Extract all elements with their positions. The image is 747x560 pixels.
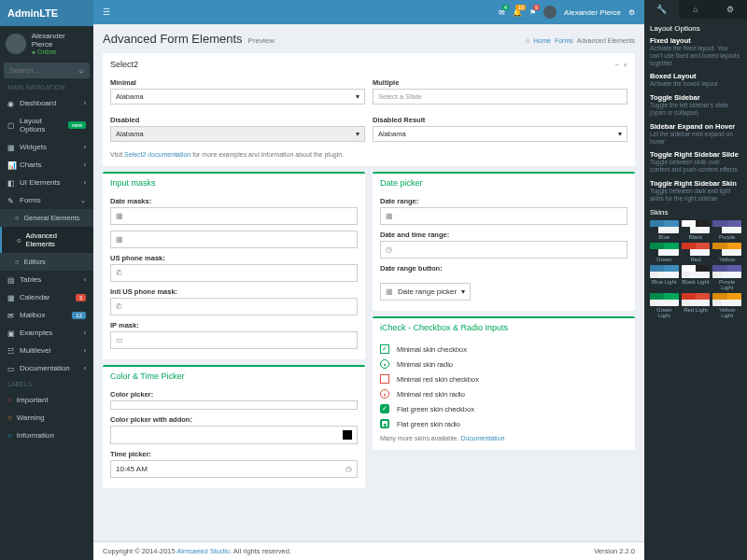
datetime-range-input[interactable]: ◷ (380, 241, 627, 259)
date-range-input[interactable]: ▦ (380, 207, 627, 225)
masks-box: Input masks Date masks: ▦ ▦ US phone mas… (103, 172, 365, 359)
sidebar-item-examples[interactable]: ▣Examples‹ (0, 324, 93, 342)
date-mask-label: Date masks: (110, 197, 358, 205)
logo[interactable]: AdminLTE (0, 0, 93, 26)
home-icon: ⌂ (526, 37, 529, 44)
avatar[interactable] (6, 34, 26, 54)
skin-black[interactable]: Black (682, 220, 711, 240)
icheck-box: iCheck - Checkbox & Radio Inputs ✓Minima… (373, 316, 635, 450)
disabled-label: Disabled (110, 116, 365, 124)
sidebar-subitem[interactable]: ○Advanced Elements (0, 227, 93, 253)
topbar-avatar[interactable] (543, 6, 557, 19)
collapse-icon[interactable]: − (615, 61, 620, 69)
sidebar-subitem[interactable]: ○Editors (0, 253, 93, 271)
page-subtitle: Preview (248, 36, 275, 45)
date-box: Date picker Date range: ▦ Date and time … (373, 172, 635, 311)
sidebar-label[interactable]: ○Important (0, 391, 93, 409)
date-range-label: Date range: (380, 197, 627, 205)
us-phone-input[interactable]: ✆ (110, 264, 358, 282)
sidebar-item-calendar[interactable]: ▦Calendar3 (0, 288, 93, 306)
nav-icon: ▤ (7, 276, 15, 284)
disabled-result-select[interactable]: Alabama▾ (373, 126, 627, 142)
search-box[interactable]: ⌕ (4, 63, 90, 78)
skin-black-light[interactable]: Black Light (682, 265, 711, 290)
checkbox[interactable] (380, 374, 389, 384)
wrench-tab[interactable]: 🔧 (644, 0, 679, 19)
sidebar-item-forms[interactable]: ✎Forms⌄ (0, 191, 93, 209)
layout-option[interactable]: Toggle SidebarToggle the left sidebar's … (650, 93, 741, 117)
sidebar-label[interactable]: ○Warning (0, 409, 93, 427)
menu-toggle-icon[interactable]: ☰ (103, 7, 110, 17)
topbar: ☰ ✉4 🔔10 ⚑9 Alexander Pierce ⚙ (93, 0, 644, 24)
checkbox[interactable]: ✓ (380, 344, 389, 354)
skin-purple-light[interactable]: Purple Light (712, 265, 741, 290)
skin-blue[interactable]: Blue (650, 220, 679, 240)
icheck-help: Many more skins available. Documentation (380, 431, 627, 445)
date-mask-input-2[interactable]: ▦ (110, 231, 358, 248)
chevron-down-icon: ▾ (356, 130, 359, 138)
layout-option[interactable]: Toggle Right Sidebar SkinToggle between … (650, 179, 741, 203)
radio[interactable]: • (380, 359, 389, 369)
sidebar-item-layout-options[interactable]: ▢Layout Optionsnew (0, 112, 93, 138)
circle-icon: ○ (7, 396, 12, 404)
color-picker-input[interactable] (110, 400, 358, 410)
skin-red[interactable]: Red (682, 243, 711, 262)
select2-doc-link[interactable]: Select2 documentation (124, 151, 190, 158)
layout-option[interactable]: Boxed LayoutActivate the boxed layout (650, 72, 741, 88)
sidebar-item-mailbox[interactable]: ✉Mailbox12 (0, 306, 93, 324)
skin-green[interactable]: Green (650, 243, 679, 262)
breadcrumb-home[interactable]: Home (533, 37, 551, 44)
tasks-icon[interactable]: ⚑9 (529, 8, 536, 17)
messages-icon[interactable]: ✉4 (499, 8, 505, 17)
multiple-select[interactable]: Select a State (373, 89, 627, 105)
breadcrumb-forms[interactable]: Forms (555, 37, 573, 44)
user-name: Alexander Pierce (32, 32, 88, 49)
circle-icon: ○ (7, 431, 12, 440)
radio[interactable]: • (380, 389, 389, 399)
icheck-doc-link[interactable]: Documentation (460, 435, 504, 441)
skin-yellow-light[interactable]: Yellow Light (712, 293, 741, 318)
sidebar-item-multilevel[interactable]: ☷Multilevel‹ (0, 342, 93, 359)
radio[interactable]: ● (380, 419, 389, 428)
nav-icon: 📊 (7, 161, 15, 169)
layout-option[interactable]: Sidebar Expand on HoverLet the sidebar m… (650, 122, 741, 146)
sidebar-item-tables[interactable]: ▤Tables‹ (0, 271, 93, 288)
intl-phone-input[interactable]: ✆ (110, 298, 358, 315)
gear-icon[interactable]: ⚙ (628, 8, 635, 17)
nav-icon: ▭ (7, 365, 15, 372)
gear-tab[interactable]: ⚙ (712, 0, 747, 19)
sidebar-item-charts[interactable]: 📊Charts‹ (0, 156, 93, 174)
sidebar-item-ui-elements[interactable]: ◧UI Elements‹ (0, 174, 93, 191)
sidebar-item-dashboard[interactable]: ◉Dashboard‹ (0, 94, 93, 112)
nav-icon: ✉ (7, 312, 15, 319)
skin-red-light[interactable]: Red Light (682, 293, 711, 318)
skin-purple[interactable]: Purple (712, 220, 741, 240)
calendar-icon: ▦ (386, 212, 393, 220)
home-tab[interactable]: ⌂ (679, 0, 713, 19)
checkbox[interactable]: ✓ (380, 404, 389, 413)
skin-yellow[interactable]: Yellow (712, 243, 741, 262)
notifications-icon[interactable]: 🔔10 (513, 8, 522, 17)
date-mask-input[interactable]: ▦ (110, 207, 358, 225)
sidebar-label[interactable]: ○Information (0, 427, 93, 444)
topbar-user[interactable]: Alexander Pierce (564, 8, 621, 17)
sidebar-item-documentation[interactable]: ▭Documentation‹ (0, 359, 93, 377)
layout-option[interactable]: Toggle Right Sidebar SlideToggle between… (650, 150, 741, 174)
search-input[interactable] (9, 66, 75, 75)
skin-green-light[interactable]: Green Light (650, 293, 679, 318)
search-icon[interactable]: ⌕ (79, 66, 84, 75)
date-range-button[interactable]: ▦Date range picker▾ (380, 283, 471, 301)
minimal-select[interactable]: Alabama▾ (110, 89, 365, 105)
color-swatch[interactable] (343, 430, 352, 440)
sidebar-item-widgets[interactable]: ▦Widgets‹ (0, 138, 93, 156)
nav-icon: ◉ (7, 100, 15, 107)
sidebar-subitem[interactable]: ○General Elements (0, 209, 93, 227)
time-picker-input[interactable]: 10:45 AM◷ (110, 460, 358, 478)
studio-link[interactable]: Almsaeed Studio (176, 547, 230, 555)
layout-option[interactable]: Fixed layoutActivate the fixed layout. Y… (650, 36, 741, 66)
skin-blue-light[interactable]: Blue Light (650, 265, 679, 290)
ip-input[interactable]: ▭ (110, 331, 358, 349)
icheck-row: Minimal red skin checkbox (380, 371, 627, 386)
close-icon[interactable]: × (623, 61, 627, 69)
color-addon-input[interactable] (110, 426, 358, 444)
